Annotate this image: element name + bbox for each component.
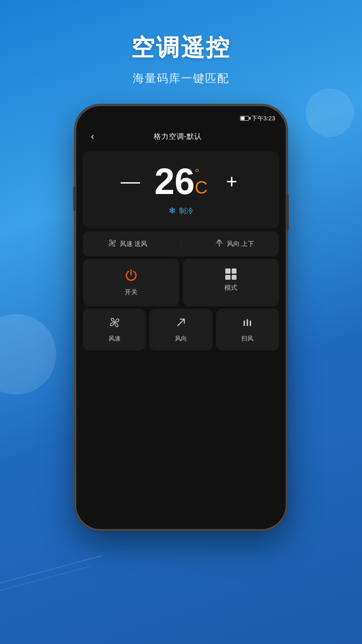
phone-inner: 下午3:23 ‹ 格力空调-默认 — 26 ° C <box>79 109 283 526</box>
wind-dir-button[interactable]: 风向 <box>149 309 212 351</box>
temperature-row: — 26 ° C + <box>91 163 271 200</box>
power-button[interactable]: 开关 <box>83 259 179 306</box>
wind-dir-label: 风向 <box>175 335 187 343</box>
decrease-temp-button[interactable]: — <box>118 172 142 191</box>
mode-dot-2 <box>232 268 237 274</box>
back-button[interactable]: ‹ <box>87 129 98 144</box>
wind-direction-icon <box>215 239 224 250</box>
nav-title: 格力空调-默认 <box>98 132 257 141</box>
svg-rect-2 <box>244 320 245 326</box>
fan-speed-label: 风速 <box>109 335 121 343</box>
power-icon <box>125 268 138 284</box>
temperature-section: — 26 ° C + ❄ 制冷 <box>83 151 279 228</box>
wind-dir-icon <box>175 317 187 331</box>
mode-button[interactable]: 模式 <box>183 259 279 306</box>
battery-fill <box>241 117 245 120</box>
mode-row: ❄ 制冷 <box>169 206 193 216</box>
sweep-icon <box>242 317 253 331</box>
wind-direction-item[interactable]: 风向 上下 <box>215 239 254 250</box>
wind-divider <box>181 238 181 250</box>
mode-grid-icon <box>225 268 237 280</box>
temperature-value: 26 <box>154 163 195 200</box>
sub-title: 海量码库一键匹配 <box>0 71 362 86</box>
nav-bar: ‹ 格力空调-默认 <box>79 125 283 148</box>
snowflake-icon: ❄ <box>169 206 176 216</box>
mode-label-btn: 模式 <box>224 284 237 292</box>
fan-speed-icon <box>109 317 120 331</box>
power-label: 开关 <box>125 288 138 297</box>
bg-line-1 <box>0 555 103 587</box>
svg-rect-3 <box>247 319 249 326</box>
top-section: 空调遥控 海量码库一键匹配 <box>0 0 362 86</box>
wind-section[interactable]: 风速 送风 风向 上下 <box>83 231 279 256</box>
svg-point-1 <box>113 322 115 324</box>
mode-label: 制冷 <box>179 206 193 216</box>
svg-point-0 <box>111 242 113 244</box>
phone-wrapper: 下午3:23 ‹ 格力空调-默认 — 26 ° C <box>0 106 362 529</box>
fan-icon <box>108 239 117 250</box>
mode-dot-3 <box>225 275 230 280</box>
status-time: 下午3:23 <box>251 115 275 122</box>
main-title: 空调遥控 <box>0 32 362 64</box>
fan-speed-button[interactable]: 风速 <box>83 309 146 351</box>
status-icons <box>240 116 249 121</box>
mode-dot-4 <box>232 275 237 280</box>
phone-outer: 下午3:23 ‹ 格力空调-默认 — 26 ° C <box>76 106 286 529</box>
degree-symbol: ° <box>195 167 199 179</box>
bottom-buttons-grid: 风速 风向 <box>83 309 279 351</box>
sweep-label: 扫风 <box>241 335 253 343</box>
wind-speed-label: 风速 送风 <box>120 240 147 248</box>
main-buttons-grid: 开关 模式 <box>83 259 279 306</box>
sweep-button[interactable]: 扫风 <box>216 309 279 351</box>
mode-dot-1 <box>225 268 230 274</box>
battery-icon <box>240 116 249 121</box>
increase-temp-button[interactable]: + <box>220 172 244 191</box>
celsius-symbol: C <box>195 179 208 196</box>
wind-direction-label: 风向 上下 <box>227 240 254 248</box>
wind-speed-item[interactable]: 风速 送风 <box>108 239 147 250</box>
phone-notch <box>153 109 209 120</box>
temperature-unit: ° C <box>195 167 208 196</box>
temperature-display: 26 ° C <box>154 163 208 200</box>
svg-rect-4 <box>250 320 251 326</box>
